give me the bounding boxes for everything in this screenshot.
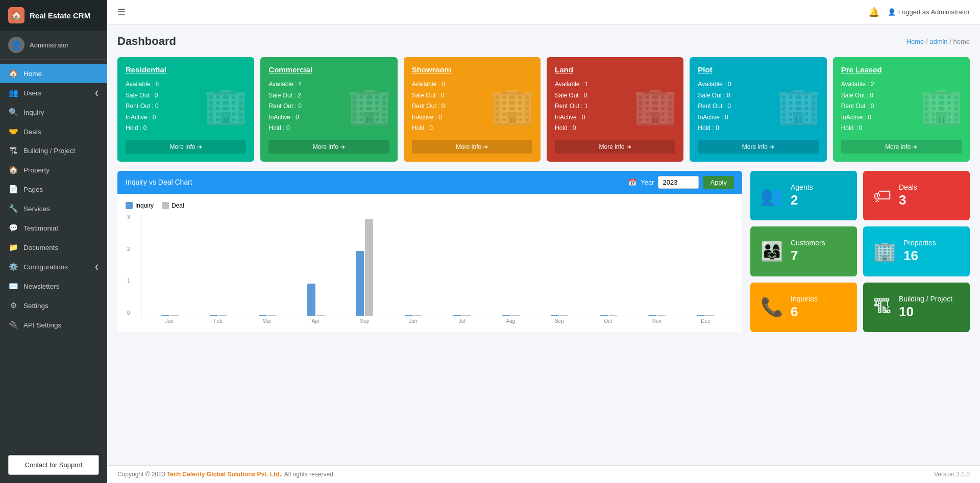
more-info-button[interactable]: More info ➜ (268, 140, 389, 154)
stats-grid: 👥 Agents 2 🏷 Deals 3 👨‍👩‍👧 Customers 7 🏢… (750, 171, 970, 332)
deal-legend: Deal (162, 202, 184, 209)
bottom-section: Inquiry vs Deal Chart 📅 Year Apply Inqui… (117, 171, 970, 332)
more-info-button[interactable]: More info ➜ (126, 140, 246, 154)
year-input[interactable] (658, 176, 699, 189)
company-link[interactable]: Tech Celerity Global Solutions Pvt. Ltd.… (167, 471, 283, 478)
x-axis: JanFebMarAprMayJunJulAugSepOctNovDec (141, 316, 734, 324)
sidebar-item-services[interactable]: 🔧 Services (0, 199, 107, 218)
sidebar-item-pages[interactable]: 📄 Pages (0, 180, 107, 199)
more-info-button[interactable]: More info ➜ (555, 140, 675, 154)
sidebar-item-users[interactable]: 👥 Users ❮ (0, 83, 107, 103)
x-label-apr: Apr (291, 316, 340, 324)
stat-card-deals[interactable]: 🏷 Deals 3 (863, 171, 970, 220)
notification-bell-icon[interactable]: 🔔 (868, 7, 879, 18)
sidebar-item-home[interactable]: 🏠 Home (0, 64, 107, 83)
property-card-residential: 🏢 Residential Available : 8 Sale Out : 0… (117, 57, 254, 162)
card-title[interactable]: Residential (126, 65, 246, 74)
nav-label-deals: Deals (23, 128, 41, 136)
stat-value-agents: 2 (791, 192, 813, 208)
sidebar-item-newsletters[interactable]: ✉️ Newsletters (0, 276, 107, 296)
menu-icon[interactable]: ☰ (117, 7, 126, 18)
card-bg-icon: 🏢 (490, 88, 534, 123)
nav-icon-testimonial: 💬 (8, 223, 18, 233)
nav-icon-home: 🏠 (8, 69, 18, 78)
year-label-text: Year (641, 179, 654, 186)
apply-button[interactable]: Apply (703, 176, 734, 189)
more-info-button[interactable]: More info ➜ (698, 140, 818, 154)
deal-bar-aug (511, 315, 520, 316)
stat-card-customers[interactable]: 👨‍👩‍👧 Customers 7 (750, 226, 857, 276)
card-title[interactable]: Plot (698, 65, 818, 74)
more-info-button[interactable]: More info ➜ (412, 140, 532, 154)
deal-bar-jan (170, 315, 179, 316)
breadcrumb-home[interactable]: Home (906, 38, 924, 45)
card-title[interactable]: Pre Leased (841, 65, 962, 74)
stat-info-properties: Properties 16 (903, 239, 936, 264)
nav-label-services: Services (23, 205, 50, 213)
nav-icon-settings: ⚙ (8, 301, 18, 310)
card-title[interactable]: Land (555, 65, 675, 74)
y-label-1: 1 (127, 278, 130, 284)
sidebar-item-api-settings[interactable]: 🔌 API Settings (0, 315, 107, 335)
sidebar-item-configurations[interactable]: ⚙️ Configurations ❮ (0, 257, 107, 276)
nav-label-configurations: Configurations (23, 263, 68, 271)
bar-group-feb (194, 315, 242, 316)
stat-icon-building-project: 🏗 (873, 296, 892, 318)
sidebar-item-testimonial[interactable]: 💬 Testimonial (0, 218, 107, 238)
sidebar-item-documents[interactable]: 📁 Documents (0, 238, 107, 257)
card-title[interactable]: Showroom (412, 65, 532, 74)
inquiry-bar-sep (551, 315, 559, 316)
topbar: ☰ 🔔 👤 Logged as Administrator (107, 0, 980, 24)
bar-group-oct (584, 315, 632, 316)
stat-info-customers: Customers 7 (791, 239, 825, 264)
footer-version: Version 3.1.0 (934, 471, 970, 478)
nav-label-pages: Pages (23, 186, 43, 193)
stat-value-deals: 3 (899, 192, 917, 208)
nav-icon-pages: 📄 (8, 185, 18, 194)
inquiry-bar-mar (259, 315, 267, 316)
sidebar-item-property[interactable]: 🏠 Property (0, 160, 107, 180)
bar-group-jul (438, 315, 486, 316)
sidebar-item-building-project[interactable]: 🏗 Building / Project (0, 141, 107, 160)
nav-icon-inquiry: 🔍 (8, 108, 18, 117)
sidebar-item-deals[interactable]: 🤝 Deals (0, 122, 107, 141)
topbar-right: 🔔 👤 Logged as Administrator (868, 7, 970, 18)
y-axis: 0123 (127, 214, 130, 316)
chart-title: Inquiry vs Deal Chart (126, 178, 192, 186)
nav-icon-configurations: ⚙️ (8, 262, 18, 271)
inquiry-bar-jul (453, 315, 461, 316)
brand-name: Real Estate CRM (30, 11, 90, 20)
stat-icon-customers: 👨‍👩‍👧 (761, 241, 783, 262)
stat-card-inquiries[interactable]: 📞 Inquiries 6 (750, 283, 857, 332)
contact-support-button[interactable]: Contact for Support (8, 455, 99, 475)
stat-value-properties: 16 (903, 248, 936, 264)
nav-icon-property: 🏠 (8, 165, 18, 174)
nav-label-settings: Settings (23, 302, 48, 310)
user-icon: 👤 (888, 8, 896, 16)
x-label-jul: Jul (437, 316, 486, 324)
stat-card-building-project[interactable]: 🏗 Building / Project 10 (863, 283, 970, 332)
footer-copyright: Copyright © 2023 Tech Celerity Global So… (117, 471, 335, 478)
nav-label-inquiry: Inquiry (23, 109, 44, 116)
stat-card-agents[interactable]: 👥 Agents 2 (750, 171, 857, 220)
stat-card-properties[interactable]: 🏢 Properties 16 (863, 226, 970, 276)
card-bg-icon: 🏢 (347, 88, 391, 123)
stat-value-inquiries: 6 (791, 304, 818, 320)
calendar-icon: 📅 (628, 179, 636, 186)
bar-group-may (340, 219, 389, 316)
card-title[interactable]: Commercial (268, 65, 389, 74)
sidebar-item-inquiry[interactable]: 🔍 Inquiry (0, 103, 107, 122)
inquiry-bar-oct (600, 315, 608, 316)
nav-label-home: Home (23, 70, 42, 78)
chart-section: Inquiry vs Deal Chart 📅 Year Apply Inqui… (117, 171, 742, 332)
property-card-pre-leased: 🏢 Pre Leased Available : 2 Sale Out : 0 … (833, 57, 970, 162)
stat-label-building-project: Building / Project (899, 295, 952, 303)
more-info-button[interactable]: More info ➜ (841, 140, 962, 154)
stat-icon-properties: 🏢 (873, 241, 896, 262)
y-label-2: 2 (127, 246, 130, 252)
stat-value-customers: 7 (791, 248, 825, 264)
breadcrumb-admin[interactable]: admin (929, 38, 947, 45)
sidebar-item-settings[interactable]: ⚙ Settings (0, 296, 107, 315)
card-bg-icon: 🏢 (919, 88, 964, 123)
nav-label-documents: Documents (23, 244, 58, 251)
